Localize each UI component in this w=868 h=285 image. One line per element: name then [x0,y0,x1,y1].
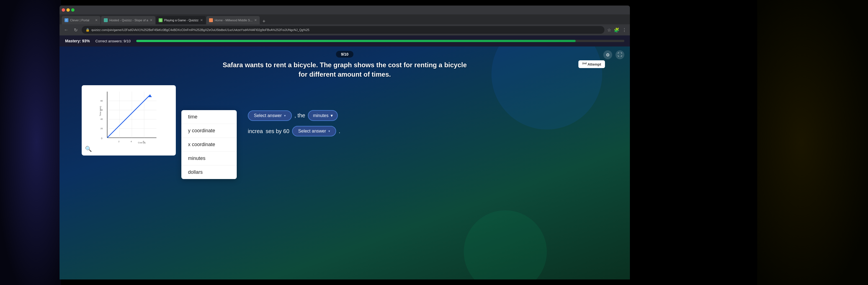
maximize-window-btn[interactable] [71,8,74,11]
tab-close-home[interactable]: ✕ [254,18,257,22]
svg-text:Time (min): Time (min) [99,106,102,116]
tab-bar: C Clever | Portal ✕ Hosted - Quizizz - S… [60,14,630,24]
url-bar[interactable]: 🔒 quizizz.com/join/game/U2FsdGVkX1%252Be… [82,26,604,34]
dropdown-item-y-coordinate[interactable]: y coordinate [181,124,237,138]
settings-icon: ⚙ [606,52,610,58]
sentence-row-1: Select answer ▾ , the minutes ▾ [248,110,340,121]
attempt-text: 2nd Attempt [582,62,601,66]
dropdown-item-time[interactable]: time [181,110,237,124]
tab-label-game: Playing a Game - Quizizz [164,19,198,22]
tab-home[interactable]: Home - Millwood Middle S... ✕ [206,16,260,24]
background-right [757,0,868,285]
fullscreen-btn[interactable]: ⛶ [616,50,624,59]
browser-window: C Clever | Portal ✕ Hosted - Quizizz - S… [60,5,630,280]
bookmark-icon[interactable]: ☆ [607,27,611,33]
chevron-down-icon-2: ▾ [329,129,330,133]
minutes-btn[interactable]: minutes ▾ [308,110,338,121]
svg-text:40: 40 [100,118,103,120]
new-tab-btn[interactable]: + [260,19,268,24]
top-icons: ⚙ ⛶ [603,50,624,59]
graph-svg: 0 20 40 60 80 2 4 6 Time (min) Cost ($) [85,89,173,144]
dropdown-item-x-coordinate-label: x coordinate [188,142,215,147]
ses-by-60-text: ses by 60 [266,128,289,134]
dropdown-item-x-coordinate[interactable]: x coordinate [181,138,237,152]
mastery-toolbar: Mastery: 93% Correct answers: 9/10 [60,35,630,46]
increases-text: increa [248,128,263,134]
tab-label-home: Home - Millwood Middle S... [215,19,252,22]
select-answer-label-2: Select answer [298,129,326,134]
game-area: 9/10 ⚙ ⛶ 2nd Attempt Safara wants to ren… [60,46,630,280]
address-bar: ← ↻ 🔒 quizizz.com/join/game/U2FsdGVkX1%2… [60,24,630,35]
svg-line-9 [107,95,150,138]
dropdown-item-minutes[interactable]: minutes [181,152,237,165]
deco-circle-1 [492,46,602,129]
lock-icon: 🔒 [86,28,90,32]
question-text: Safara wants to rent a bicycle. The grap… [220,60,469,79]
tab-label-quizizz1: Hosted - Quizizz - Slope of a [110,19,148,22]
question-area: Safara wants to rent a bicycle. The grap… [220,60,469,79]
mastery-label: Mastery: 93% [65,39,90,43]
sentence-row-2: increa ses by 60 Select answer ▾ . [248,126,340,136]
select-answer-btn-1[interactable]: Select answer ▾ [248,110,292,121]
window-controls [62,8,74,11]
refresh-icon: ↻ [74,27,78,33]
svg-text:80: 80 [100,100,103,102]
progress-bar-container [136,40,624,42]
select-answer-label-1: Select answer [254,113,282,118]
minimize-window-btn[interactable] [66,8,70,11]
tab-label-clever: Clever | Portal [70,19,89,22]
attempt-badge: 2nd Attempt [579,60,605,68]
tab-favicon-home [209,18,213,22]
svg-text:Cost ($): Cost ($) [138,141,146,144]
select-answer-btn-2[interactable]: Select answer ▾ [292,126,336,136]
progress-bar-fill [136,40,576,42]
zoom-btn-wrapper: 🔍 [85,146,173,152]
graph-inner: 0 20 40 60 80 2 4 6 Time (min) Cost ($) [85,89,173,144]
dropdown-item-dollars-label: dollars [188,169,203,175]
svg-text:4: 4 [131,140,132,143]
tab-favicon-game: Q [159,18,162,22]
svg-text:20: 20 [100,127,103,130]
refresh-btn[interactable]: ↻ [72,27,79,33]
progress-text: 9/10 [341,52,348,57]
chevron-down-icon-1: ▾ [284,114,286,118]
back-icon: ← [64,27,68,32]
settings-btn[interactable]: ⚙ [603,50,612,59]
url-text: quizizz.com/join/game/U2FsdGVkX1%252BeF4… [91,28,309,32]
correct-answers-label: Correct answers: 9/10 [95,39,131,43]
title-bar [60,5,630,14]
fullscreen-icon: ⛶ [618,52,622,57]
extension-icon[interactable]: 🧩 [614,27,619,33]
zoom-icon[interactable]: 🔍 [85,146,92,152]
tab-close-clever[interactable]: ✕ [95,18,98,22]
dropdown-item-dollars[interactable]: dollars [181,165,237,179]
more-icon[interactable]: ⋮ [622,27,626,33]
svg-text:2: 2 [118,140,119,143]
deco-circle-2 [464,210,547,280]
tab-favicon-quizizz1 [104,18,108,22]
background-left [0,0,61,285]
progress-pill: 9/10 [336,51,353,58]
dropdown-menu[interactable]: time y coordinate x coordinate minutes d… [181,110,237,179]
tab-favicon-clever: C [64,18,68,22]
chevron-down-icon-minutes: ▾ [331,113,333,118]
tab-close-quizizz1[interactable]: ✕ [150,18,153,22]
svg-text:0: 0 [101,137,102,140]
dropdown-item-y-coordinate-label: y coordinate [188,128,215,133]
minutes-label: minutes [313,113,329,118]
close-window-btn[interactable] [62,8,65,11]
tab-quizizz1[interactable]: Hosted - Quizizz - Slope of a ✕ [101,16,155,24]
sentence-comma-the: , the [294,112,305,119]
tab-clever[interactable]: C Clever | Portal ✕ [62,16,100,24]
dropdown-item-time-label: time [188,114,197,120]
tab-game[interactable]: Q Playing a Game - Quizizz ✕ [156,16,206,24]
sentence-period: . [339,128,341,134]
answer-sentence: Select answer ▾ , the minutes ▾ increa s… [248,110,340,136]
graph-card: 0 20 40 60 80 2 4 6 Time (min) Cost ($) … [82,85,176,156]
back-btn[interactable]: ← [63,27,69,33]
tab-close-game[interactable]: ✕ [200,18,203,22]
dropdown-item-minutes-label: minutes [188,156,206,161]
